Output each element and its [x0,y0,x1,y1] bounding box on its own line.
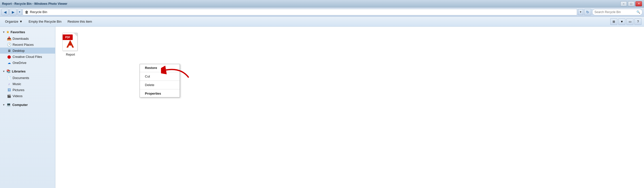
computer-header[interactable]: ▼ 💻 Computer [0,101,55,108]
content-area: PDF Report Re [55,27,644,188]
context-menu-separator-3 [140,89,180,89]
sidebar-item-documents[interactable]: 📄 Documents [0,75,55,81]
sidebar-item-onedrive-label: OneDrive [13,61,26,65]
sidebar-item-music[interactable]: ♪ Music [0,81,55,87]
favorites-label: Favorites [11,30,25,34]
file-item-report[interactable]: PDF Report [60,32,80,57]
pictures-icon: 🖼 [7,88,11,92]
documents-icon: 📄 [7,76,11,80]
sidebar-item-music-label: Music [13,82,21,86]
sidebar-item-desktop-label: Desktop [13,49,25,53]
address-text: Recycle Bin [30,10,47,14]
libraries-icon: 📚 [6,69,11,73]
search-icon: 🔍 [636,10,640,14]
libraries-expand-icon: ▼ [3,70,5,73]
sidebar-item-downloads-label: Downloads [13,37,29,41]
libraries-label: Libraries [12,69,26,73]
sidebar-item-videos-label: Videos [13,94,23,98]
computer-label: Computer [12,103,28,107]
empty-recycle-bin-button[interactable]: Empty the Recycle Bin [26,18,64,25]
svg-rect-2 [69,44,72,45]
title-bar: Report - Recycle Bin - Windows Photo Vie… [0,0,644,8]
sidebar-item-onedrive[interactable]: ☁ OneDrive [0,60,55,66]
address-bar: ◀ ▶ ▼ 🗑 Recycle Bin ▼ ↻ 🔍 [0,8,644,17]
libraries-header[interactable]: ▼ 📚 Libraries [0,68,55,75]
creative-cloud-icon: ⬤ [7,55,11,59]
main-area: ▼ ★ Favorites 📥 Downloads 🕐 Recent Place… [0,27,644,188]
onedrive-icon: ☁ [7,61,11,65]
context-menu-restore[interactable]: Restore [140,64,180,71]
context-menu: Restore Cut Delete Properties [140,64,180,97]
computer-icon: 💻 [6,102,11,107]
context-menu-separator-2 [140,81,180,81]
sidebar-item-downloads[interactable]: 📥 Downloads [0,35,55,42]
videos-icon: 🎬 [7,94,11,98]
recycle-bin-icon: 🗑 [25,10,28,14]
computer-expand-icon: ▼ [3,103,5,106]
organize-button[interactable]: Organize ▼ [3,18,25,25]
context-menu-delete[interactable]: Delete [140,81,180,89]
sidebar-item-creative-cloud[interactable]: ⬤ Creative Cloud Files [0,54,55,60]
minimize-button[interactable]: − [620,1,627,6]
view-dropdown-button[interactable]: ▼ [618,18,625,25]
search-box[interactable]: 🔍 [592,9,642,15]
dropdown-arrow-button[interactable]: ▼ [18,9,22,15]
sidebar-item-pictures[interactable]: 🖼 Pictures [0,87,55,93]
music-icon: ♪ [7,82,11,86]
sidebar-item-pictures-label: Pictures [13,88,24,92]
help-button[interactable]: ? [634,18,641,25]
pdf-file-icon: PDF [62,33,78,52]
preview-pane-button[interactable]: ▭ [626,18,633,25]
favorites-star-icon: ★ [6,30,9,34]
window-controls: − □ ✕ [620,1,642,6]
window-title: Report - Recycle Bin - Windows Photo Vie… [2,2,67,6]
sidebar-item-desktop[interactable]: 🖥 Desktop [0,48,55,54]
toolbar-right: ⊞ ▼ ▭ ? [610,18,641,25]
recent-places-icon: 🕐 [7,43,11,47]
address-field[interactable]: 🗑 Recycle Bin [23,9,577,15]
sidebar-item-cc-label: Creative Cloud Files [13,55,42,59]
toolbar: Organize ▼ Empty the Recycle Bin Restore… [0,17,644,27]
favorites-header[interactable]: ▼ ★ Favorites [0,29,55,35]
sidebar-item-recent-places[interactable]: 🕐 Recent Places [0,42,55,48]
favorites-expand-icon: ▼ [3,31,5,33]
address-dropdown-button[interactable]: ▼ [578,9,583,15]
context-menu-separator-1 [140,72,180,72]
sidebar-item-documents-label: Documents [13,76,29,80]
desktop-icon: 🖥 [7,49,11,53]
search-input[interactable] [594,10,635,14]
sidebar-item-recent-places-label: Recent Places [13,43,34,47]
maximize-button[interactable]: □ [628,1,634,6]
forward-button[interactable]: ▶ [10,9,17,15]
sidebar: ▼ ★ Favorites 📥 Downloads 🕐 Recent Place… [0,27,55,188]
context-menu-cut[interactable]: Cut [140,73,180,80]
refresh-button[interactable]: ↻ [584,9,591,15]
downloads-icon: 📥 [7,36,11,41]
view-icons-button[interactable]: ⊞ [610,18,617,25]
sidebar-item-videos[interactable]: 🎬 Videos [0,93,55,99]
restore-item-button[interactable]: Restore this item [65,18,95,25]
close-button[interactable]: ✕ [635,1,642,6]
back-button[interactable]: ◀ [2,9,9,15]
context-menu-properties[interactable]: Properties [140,90,180,97]
file-label: Report [66,53,75,56]
